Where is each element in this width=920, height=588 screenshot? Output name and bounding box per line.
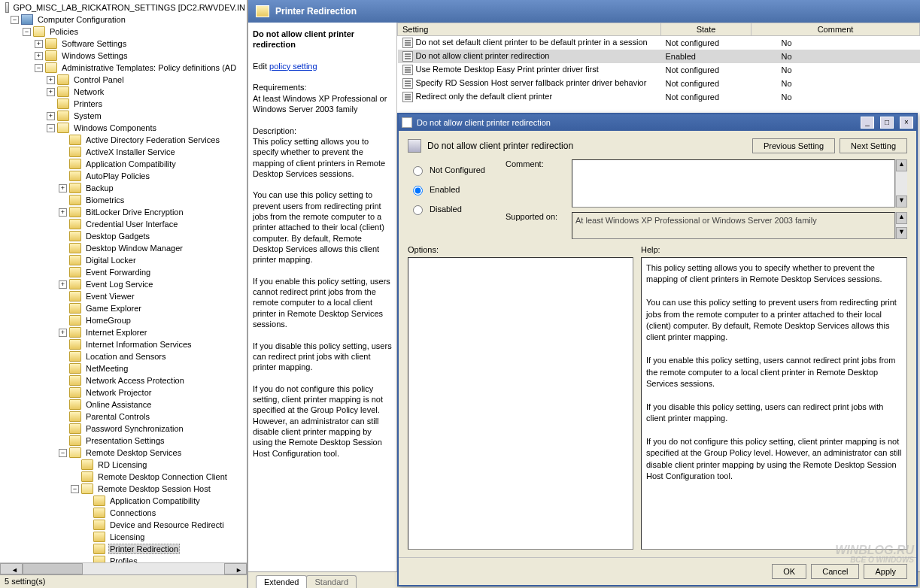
scrollbar[interactable]: ▲▼ <box>895 159 907 208</box>
tree-item[interactable]: Device and Resource Redirecti <box>0 519 247 531</box>
table-row[interactable]: Use Remote Desktop Easy Print printer dr… <box>398 63 920 77</box>
table-row[interactable]: Do not allow client printer redirectionE… <box>398 50 920 63</box>
tree-root[interactable]: GPO_MISC_LAB_RICKATRON_SETTINGS [DC2.RWV… <box>0 2 247 14</box>
tree-item[interactable]: Network Projector <box>0 386 247 399</box>
tree-item[interactable]: Game Explorer <box>0 302 247 314</box>
edit-policy-link[interactable]: policy setting <box>269 62 317 71</box>
tree-system[interactable]: +System <box>0 110 247 122</box>
expand-icon[interactable]: + <box>59 280 67 289</box>
tree-item[interactable]: Network Access Protection <box>0 374 247 386</box>
tree-item[interactable]: RD Licensing <box>0 459 247 471</box>
cancel-button[interactable]: Cancel <box>811 564 859 579</box>
tree-item[interactable]: Active Directory Federation Services <box>0 134 247 146</box>
tree-item[interactable]: Presentation Settings <box>0 435 247 447</box>
tree-item[interactable]: ActiveX Installer Service <box>0 146 247 158</box>
tree-item[interactable]: Profiles <box>0 555 247 562</box>
tree-windows-components[interactable]: −Windows Components <box>0 122 247 134</box>
collapse-icon[interactable]: − <box>59 449 67 457</box>
tree-item[interactable]: +Internet Explorer <box>0 326 247 338</box>
comment-input[interactable] <box>572 159 895 208</box>
expand-icon[interactable]: + <box>47 88 55 96</box>
horizontal-scrollbar[interactable]: ◄► <box>0 562 247 574</box>
folder-icon <box>69 219 81 229</box>
expand-icon[interactable]: + <box>59 208 67 217</box>
tree-item[interactable]: Password Synchronization <box>0 423 247 435</box>
collapse-icon[interactable]: − <box>11 16 19 24</box>
col-setting[interactable]: Setting <box>398 23 661 36</box>
tree-item[interactable]: NetMeeting <box>0 362 247 374</box>
table-row[interactable]: Redirect only the default client printer… <box>398 90 920 104</box>
status-text: 5 setting(s) <box>5 577 45 586</box>
col-comment[interactable]: Comment <box>751 23 920 36</box>
collapse-icon[interactable]: − <box>35 64 43 72</box>
tree-item[interactable]: Credential User Interface <box>0 218 247 230</box>
tab-extended[interactable]: Extended <box>256 575 307 588</box>
tree-control-panel[interactable]: +Control Panel <box>0 74 247 86</box>
expand-icon[interactable]: + <box>59 184 67 192</box>
tree-computer-config[interactable]: −Computer Configuration <box>0 14 247 26</box>
close-button[interactable]: × <box>900 117 913 129</box>
expand-icon[interactable]: + <box>35 40 43 48</box>
scrollbar[interactable]: ▲▼ <box>895 212 907 239</box>
folder-icon <box>69 171 81 181</box>
tree-item[interactable]: Remote Desktop Connection Client <box>0 471 247 483</box>
expand-icon[interactable]: + <box>35 52 43 60</box>
tree-rds[interactable]: −Remote Desktop Services <box>0 447 247 459</box>
tree-item[interactable]: AutoPlay Policies <box>0 170 247 182</box>
tree-windows-settings[interactable]: +Windows Settings <box>0 50 247 62</box>
folder-icon <box>69 435 81 446</box>
tree-item[interactable]: +BitLocker Drive Encryption <box>0 206 247 218</box>
tree-software-settings[interactable]: +Software Settings <box>0 38 247 50</box>
tree-item[interactable]: Internet Information Services <box>0 338 247 350</box>
radio-enabled[interactable]: Enabled <box>409 183 496 195</box>
help-box[interactable]: This policy setting allows you to specif… <box>641 257 907 550</box>
col-state[interactable]: State <box>661 23 751 36</box>
tree-item[interactable]: Desktop Window Manager <box>0 242 247 254</box>
tree-item[interactable]: Event Forwarding <box>0 266 247 278</box>
maximize-button[interactable]: □ <box>880 117 894 129</box>
next-setting-button[interactable]: Next Setting <box>840 138 907 153</box>
minimize-button[interactable]: _ <box>861 117 874 129</box>
tree-rdsh[interactable]: −Remote Desktop Session Host <box>0 483 247 495</box>
tree-policies[interactable]: −Policies <box>0 26 247 38</box>
collapse-icon[interactable]: − <box>71 485 79 493</box>
options-box[interactable] <box>408 257 633 550</box>
tree-item[interactable]: +Backup <box>0 182 247 194</box>
tree-item[interactable]: Online Assistance <box>0 399 247 411</box>
folder-icon <box>69 375 81 386</box>
tree-printers[interactable]: Printers <box>0 98 247 110</box>
collapse-icon[interactable]: − <box>23 28 31 36</box>
edit-label: Edit <box>253 62 269 71</box>
expand-icon[interactable]: + <box>47 76 55 84</box>
tree-item[interactable]: Digital Locker <box>0 254 247 266</box>
tree-admin-templates[interactable]: −Administrative Templates: Policy defini… <box>0 62 247 74</box>
table-row[interactable]: Do not set default client printer to be … <box>398 36 920 50</box>
dialog-titlebar[interactable]: Do not allow client printer redirection … <box>399 114 916 131</box>
tree-label: Control Panel <box>72 75 126 84</box>
expand-icon[interactable]: + <box>47 112 55 120</box>
radio-disabled[interactable]: Disabled <box>409 203 496 215</box>
tree-item[interactable]: Application Compatibility <box>0 495 247 507</box>
tree-item[interactable]: Event Viewer <box>0 290 247 302</box>
tab-standard[interactable]: Standard <box>306 575 357 588</box>
previous-setting-button[interactable]: Previous Setting <box>752 138 835 153</box>
tree-scroll[interactable]: GPO_MISC_LAB_RICKATRON_SETTINGS [DC2.RWV… <box>0 0 247 562</box>
table-row[interactable]: Specify RD Session Host server fallback … <box>398 77 920 90</box>
ok-button[interactable]: OK <box>772 564 806 579</box>
tree-item[interactable]: Connections <box>0 507 247 519</box>
tree-item[interactable]: Desktop Gadgets <box>0 230 247 242</box>
apply-button[interactable]: Apply <box>864 564 907 579</box>
radio-not-configured[interactable]: Not Configured <box>409 164 496 176</box>
tree-item[interactable]: Biometrics <box>0 194 247 206</box>
tree-item[interactable]: Parental Controls <box>0 411 247 423</box>
tree-printer-redirection[interactable]: Printer Redirection <box>0 543 247 555</box>
tree-item[interactable]: +Event Log Service <box>0 278 247 290</box>
tree-item[interactable]: Licensing <box>0 531 247 543</box>
collapse-icon[interactable]: − <box>47 124 55 132</box>
expand-icon[interactable]: + <box>59 329 67 337</box>
tree-item[interactable]: Application Compatibility <box>0 158 247 170</box>
tree-network[interactable]: +Network <box>0 86 247 98</box>
dialog-body: Do not allow client printer redirection … <box>399 131 916 557</box>
tree-item[interactable]: Location and Sensors <box>0 350 247 362</box>
tree-item[interactable]: HomeGroup <box>0 314 247 326</box>
